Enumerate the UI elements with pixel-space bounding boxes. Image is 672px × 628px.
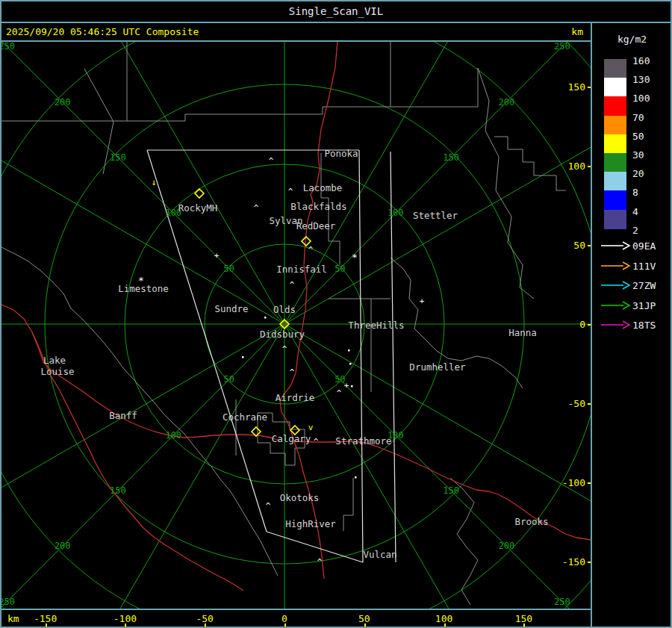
site-arrow-head (623, 262, 629, 270)
city-label: Lacombe (303, 182, 343, 193)
site-id-label: 111V (632, 261, 656, 272)
radar-map-svg: 5050505010010010010015015015015020020020… (0, 41, 592, 609)
scale-level-label: 30 (632, 149, 665, 161)
city-label: Didsbury (260, 329, 305, 340)
scale-color-swatch (604, 78, 626, 97)
county-boundary (450, 478, 478, 605)
town-marker: ^ (288, 187, 293, 196)
scale-level-label: 100 (632, 93, 665, 104)
x-axis-label: -150 (34, 613, 57, 624)
radar-site-marker (195, 189, 204, 198)
scale-color-swatch (604, 134, 626, 154)
town-marker: ^ (314, 437, 319, 447)
ring-distance-label: 100 (165, 430, 181, 441)
scan-sector-outline (267, 532, 363, 562)
ring-distance-label: 150 (443, 485, 459, 496)
scale-color-swatch (604, 96, 626, 116)
y-axis-label: -50 (568, 398, 585, 409)
scale-level-label: 4 (632, 206, 665, 217)
scan-timestamp: 2025/09/20 05:46:25 UTC Composite (6, 26, 199, 37)
city-label: Okotoks (280, 492, 320, 503)
legend-panel: kg/m2 16013010070503020842 09EA111V27ZW3… (592, 23, 672, 628)
x-axis-label: -50 (196, 613, 213, 624)
scale-level-label: 20 (632, 168, 665, 179)
km-unit-label-bottom: km (7, 613, 19, 624)
town-marker: ^ (290, 367, 295, 377)
info-bar: 2025/09/20 05:46:25 UTC Composite km (0, 23, 591, 40)
frame-border-infobar (0, 40, 592, 42)
city-label: HighRiver (285, 518, 336, 529)
town-marker: ^ (269, 156, 274, 166)
town-marker: ^ (282, 344, 287, 354)
town-marker: + (420, 296, 425, 306)
ring-distance-label: 200 (55, 97, 71, 108)
scale-level-label: 130 (632, 74, 665, 85)
frame-border-map-bottom (0, 609, 592, 610)
city-label: Blackfalds (290, 201, 346, 212)
town-marker (264, 317, 267, 319)
town-marker (351, 385, 353, 388)
town-marker: + (214, 251, 220, 261)
city-label: Airdrie (276, 392, 315, 403)
site-arrow-head (623, 242, 629, 249)
county-boundary (71, 308, 278, 576)
window-title: Single_Scan_VIL (289, 5, 383, 17)
city-label: Lake (43, 355, 66, 366)
county-boundary (343, 478, 353, 531)
ring-distance-label: 200 (55, 541, 71, 551)
town-marker: ^ (308, 245, 314, 255)
scale-level-label: 70 (632, 112, 665, 123)
town-marker: + (344, 381, 349, 391)
site-arrow-head (623, 321, 629, 329)
frame-border-top (0, 0, 672, 1)
x-axis-label: 50 (358, 613, 370, 624)
site-arrow-icon (601, 301, 631, 310)
ring-distance-label: 200 (499, 541, 515, 551)
county-boundary (0, 107, 391, 121)
city-label: Drumheller (409, 361, 466, 373)
city-label: ThreeHills (348, 320, 404, 331)
radar-application-window: Single_Scan_VIL 2025/09/20 05:46:25 UTC … (0, 0, 672, 628)
town-marker (242, 356, 244, 358)
city-label: Strathmore (335, 435, 391, 447)
ring-distance-label: 200 (499, 97, 515, 108)
city-label: Vulcan (363, 549, 396, 560)
scale-color-swatch (604, 116, 626, 135)
y-axis-label: 100 (568, 161, 585, 172)
ring-distance-label: 50 (223, 374, 234, 385)
x-axis-label: 150 (515, 613, 532, 624)
scale-color-swatch (604, 172, 626, 191)
county-boundary (391, 41, 478, 107)
city-label: Stettler (413, 210, 458, 221)
frame-border-titlebar (0, 22, 672, 23)
scale-level-label: 160 (632, 55, 665, 66)
ring-distance-label: 250 (0, 597, 15, 607)
scale-color-swatch (604, 210, 626, 229)
city-label: Sundre (214, 303, 248, 314)
frame-border-left (0, 0, 1, 628)
radar-map-canvas[interactable]: 5050505010010010010015015015015020020020… (0, 41, 592, 609)
site-arrow-head (623, 282, 629, 289)
km-unit-label-top: km (571, 26, 583, 37)
y-axis-label: 150 (568, 81, 585, 93)
site-arrow-head (623, 302, 629, 309)
city-label: Hanna (508, 327, 537, 338)
town-marker: ^ (317, 557, 323, 567)
ring-distance-label: 250 (554, 41, 570, 52)
site-id-label: 09EA (632, 240, 656, 252)
y-axis-label: -150 (562, 556, 585, 568)
city-label: Louise (40, 366, 74, 377)
x-axis-label: 0 (281, 613, 287, 624)
site-id-label: 31JP (632, 300, 656, 311)
town-marker (348, 349, 350, 352)
scale-color-swatch (604, 153, 626, 172)
county-boundary (0, 246, 71, 308)
city-label: RedDeer (296, 220, 336, 231)
site-id-label: 18TS (632, 320, 656, 331)
city-label: Brooks (514, 516, 548, 527)
city-label: Innisfail (276, 264, 327, 275)
town-marker (349, 363, 352, 365)
y-axis-label: 50 (573, 240, 585, 251)
ring-distance-label: 100 (388, 208, 404, 218)
scale-unit-label: kg/m2 (592, 34, 672, 45)
